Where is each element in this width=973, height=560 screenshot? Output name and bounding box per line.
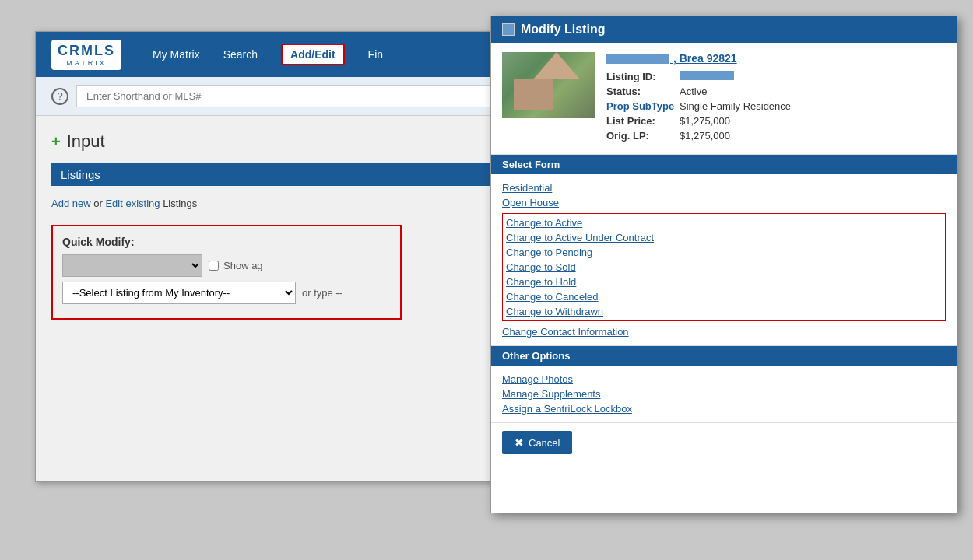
nav-fin[interactable]: Fin bbox=[368, 48, 383, 61]
nav-my-matrix[interactable]: My Matrix bbox=[153, 48, 200, 61]
listing-photo bbox=[502, 52, 595, 118]
logo-area: CRMLS MATRIX bbox=[51, 40, 121, 70]
form-link-change-active[interactable]: Change to Active bbox=[503, 215, 945, 230]
status-value: Active bbox=[680, 86, 707, 97]
listing-id-row: Listing ID: bbox=[606, 71, 946, 82]
other-options-section: Manage Photos Manage Supplements Assign … bbox=[491, 366, 957, 422]
show-ag-text: Show ag bbox=[223, 260, 263, 271]
logo-crmls: CRMLS bbox=[58, 43, 115, 59]
form-link-change-hold[interactable]: Change to Hold bbox=[503, 275, 945, 289]
edit-existing-link[interactable]: Edit existing bbox=[105, 198, 160, 209]
logo-matrix: MATRIX bbox=[66, 59, 106, 67]
address-redacted-bar bbox=[606, 54, 669, 64]
quick-modify-inventory-select[interactable]: --Select Listing from My Inventory-- bbox=[62, 282, 296, 304]
listing-id-value-redacted bbox=[680, 71, 734, 80]
qm-row-1: Show ag bbox=[62, 254, 391, 277]
prop-subtype-label: Prop SubType bbox=[606, 100, 676, 112]
form-link-change-contact-info[interactable]: Change Contact Information bbox=[502, 324, 946, 339]
listing-address-link[interactable]: , Brea 92821 bbox=[606, 52, 946, 65]
modify-listing-modal: Modify Listing , Brea 92821 Listing ID: … bbox=[490, 16, 957, 513]
list-price-label: List Price: bbox=[606, 115, 676, 127]
form-link-manage-photos[interactable]: Manage Photos bbox=[502, 372, 946, 387]
cancel-label: Cancel bbox=[529, 437, 560, 449]
cancel-button[interactable]: ✖ Cancel bbox=[502, 431, 572, 454]
other-options-header: Other Options bbox=[491, 346, 957, 366]
logo-box: CRMLS MATRIX bbox=[51, 40, 121, 70]
status-row: Status: Active bbox=[606, 86, 946, 97]
show-ag-checkbox[interactable] bbox=[209, 261, 219, 271]
modal-header-icon bbox=[502, 23, 515, 36]
modal-footer: ✖ Cancel bbox=[491, 422, 957, 462]
form-link-change-pending[interactable]: Change to Pending bbox=[503, 245, 945, 260]
orig-lp-row: Orig. LP: $1,275,000 bbox=[606, 130, 946, 142]
qm-row-2: --Select Listing from My Inventory-- or … bbox=[62, 282, 391, 304]
listing-city-state: , Brea 92821 bbox=[673, 52, 737, 65]
list-price-row: List Price: $1,275,000 bbox=[606, 115, 946, 127]
listing-id-label: Listing ID: bbox=[606, 71, 676, 82]
quick-modify-section: Quick Modify: Show ag --Select Listing f… bbox=[51, 225, 402, 320]
input-title: Input bbox=[67, 131, 105, 152]
form-link-manage-supplements[interactable]: Manage Supplements bbox=[502, 387, 946, 401]
orig-lp-value: $1,275,000 bbox=[680, 130, 730, 142]
form-link-residential[interactable]: Residential bbox=[502, 180, 946, 195]
form-link-open-house[interactable]: Open House bbox=[502, 195, 946, 210]
form-link-change-active-under-contract[interactable]: Change to Active Under Contract bbox=[503, 230, 945, 245]
or-type-text: or type -- bbox=[302, 287, 342, 299]
select-form-links: Residential Open House Change to Active … bbox=[491, 174, 957, 346]
listing-details: , Brea 92821 Listing ID: Status: Active … bbox=[606, 52, 946, 145]
show-ag-row: Show ag bbox=[209, 260, 263, 271]
prop-subtype-row: Prop SubType Single Family Residence bbox=[606, 100, 946, 112]
select-form-header: Select Form bbox=[491, 155, 957, 174]
orig-lp-label: Orig. LP: bbox=[606, 130, 676, 142]
modal-header: Modify Listing bbox=[491, 16, 957, 43]
form-link-change-withdrawn[interactable]: Change to Withdrawn bbox=[503, 304, 945, 319]
change-group: Change to Active Change to Active Under … bbox=[502, 213, 946, 321]
nav-search[interactable]: Search bbox=[223, 48, 258, 61]
listing-info-area: , Brea 92821 Listing ID: Status: Active … bbox=[491, 43, 957, 155]
quick-modify-select-1[interactable] bbox=[62, 254, 202, 277]
add-new-link[interactable]: Add new bbox=[51, 198, 91, 209]
modal-title: Modify Listing bbox=[521, 23, 605, 37]
help-icon[interactable]: ? bbox=[51, 88, 68, 105]
status-label: Status: bbox=[606, 86, 676, 97]
quick-modify-label: Quick Modify: bbox=[62, 236, 391, 248]
plus-icon: + bbox=[51, 133, 61, 151]
nav-add-edit[interactable]: Add/Edit bbox=[281, 44, 345, 65]
form-link-assign-sentrilock[interactable]: Assign a SentriLock Lockbox bbox=[502, 401, 946, 416]
list-price-value: $1,275,000 bbox=[680, 115, 730, 127]
form-link-change-canceled[interactable]: Change to Canceled bbox=[503, 289, 945, 304]
form-link-change-sold[interactable]: Change to Sold bbox=[503, 260, 945, 275]
prop-subtype-value: Single Family Residence bbox=[680, 100, 791, 112]
cancel-icon: ✖ bbox=[515, 436, 524, 449]
